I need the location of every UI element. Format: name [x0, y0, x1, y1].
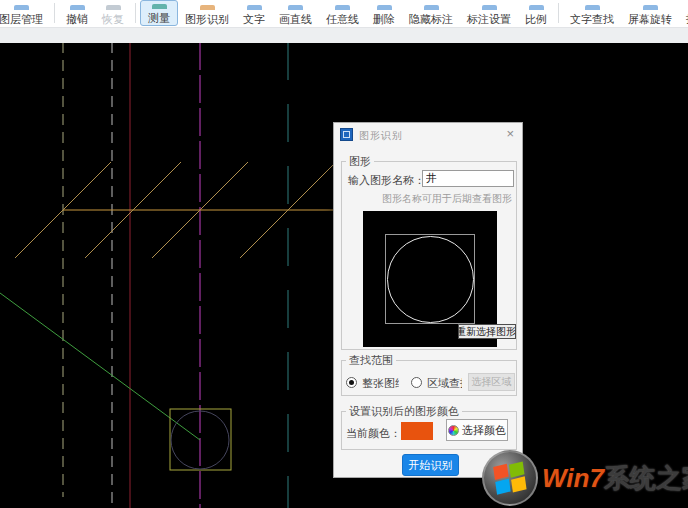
toolbar-item-measure[interactable]: 测量: [140, 0, 178, 26]
toolbar-item-label: 隐藏标注: [409, 12, 453, 26]
radio-whole-drawing-label: 整张图纸: [362, 376, 399, 389]
toolbar-item-delete[interactable]: 删除: [366, 1, 402, 26]
watermark-brand: Win7: [542, 463, 604, 493]
toolbar-item-label: 图层管理: [0, 12, 43, 26]
redo-icon: [106, 5, 121, 10]
toolbar-item-annotation-settings[interactable]: 标注设置: [460, 1, 518, 26]
dialog-titlebar[interactable]: 图形识别 ×: [334, 123, 522, 147]
toolbar-lower-strip: [0, 27, 688, 43]
select-region-button[interactable]: 选择区域: [468, 373, 515, 391]
toolbar-item-shape-recognition[interactable]: 图形识别: [178, 1, 236, 26]
color-wheel-icon: [448, 425, 459, 436]
reselect-shape-tooltip: 重新选择图形: [458, 324, 516, 339]
toolbar-item-text[interactable]: 文字: [236, 1, 272, 26]
toolbar-item-label: 任意线: [326, 12, 359, 26]
shape-name-label: 输入图形名称：: [348, 173, 425, 188]
result-color-legend: 设置识别后的图形颜色: [346, 404, 462, 419]
dialog-app-icon: [340, 128, 353, 141]
watermark-text: Win7系统之家: [542, 461, 688, 496]
toolbar-item-label: 撤销: [66, 12, 88, 26]
screen-rotate-icon: [643, 5, 658, 10]
text-icon: [247, 5, 262, 10]
close-icon[interactable]: ×: [506, 127, 514, 141]
toolbar-item-hide-annotations[interactable]: 隐藏标注: [402, 1, 460, 26]
draw-line-icon: [288, 5, 303, 10]
delete-icon: [377, 5, 392, 10]
toolbar-item-label: 标注设置: [467, 12, 511, 26]
shape-name-hint: 图形名称可用于后期查看图形: [380, 192, 512, 206]
hide-annotations-icon: [424, 5, 439, 10]
radio-region-search-label: 区域查找: [427, 376, 462, 389]
undo-icon: [70, 5, 85, 10]
start-recognition-button[interactable]: 开始识别: [402, 454, 459, 476]
toolbar-item-text-search[interactable]: 文字查找: [563, 1, 621, 26]
toolbar-item-label: 文字查找: [570, 12, 614, 26]
toolbar-item-print[interactable]: 打印: [679, 1, 688, 26]
toolbar-item-label: 文字: [243, 12, 265, 26]
shape-recognition-icon: [200, 5, 215, 10]
toolbar-item-label: 删除: [373, 12, 395, 26]
toolbar-item-scale[interactable]: 比例: [518, 1, 554, 26]
annotation-settings-icon: [482, 5, 497, 10]
current-color-label: 当前颜色：: [346, 426, 401, 441]
search-range-legend: 查找范围: [346, 353, 396, 368]
toolbar-item-draw-line[interactable]: 画直线: [272, 1, 319, 26]
main-toolbar: 图层管理 撤销 恢复 测量 图形识别 文字: [0, 0, 688, 42]
watermark-suffix: 系统之家: [604, 463, 688, 493]
pick-color-button[interactable]: 选择颜色: [446, 419, 508, 441]
toolbar-item-layer-manager[interactable]: 图层管理: [0, 1, 50, 26]
toolbar-separator: [54, 3, 55, 23]
scale-icon: [529, 5, 544, 10]
toolbar-item-label: 恢复: [102, 12, 124, 26]
dialog-title: 图形识别: [359, 129, 403, 143]
shape-name-input[interactable]: [422, 170, 514, 187]
toolbar-item-label: 比例: [525, 12, 547, 26]
watermark: Win7系统之家: [482, 448, 688, 508]
radio-region-search[interactable]: [411, 377, 422, 388]
pick-color-label: 选择颜色: [462, 423, 506, 438]
toolbar-separator: [558, 3, 559, 23]
layer-manager-icon: [14, 5, 29, 10]
windows-flag-icon: [493, 462, 529, 496]
shape-group-legend: 图形: [346, 154, 374, 169]
toolbar-item-label: 测量: [148, 11, 170, 25]
radio-whole-drawing[interactable]: [346, 377, 357, 388]
windows-logo-icon: [482, 450, 538, 506]
toolbar-item-freehand-line[interactable]: 任意线: [319, 1, 366, 26]
preview-circle-outline: [387, 236, 474, 323]
toolbar-item-undo[interactable]: 撤销: [59, 1, 95, 26]
measure-icon: [152, 4, 167, 9]
toolbar-item-screen-rotate[interactable]: 屏幕旋转: [621, 1, 679, 26]
toolbar-items: 图层管理 撤销 恢复 测量 图形识别 文字: [0, 0, 688, 26]
shape-recognition-dialog: 图形识别 × 图形 输入图形名称： 图形名称可用于后期查看图形 重新选择图形 查…: [333, 122, 523, 478]
freehand-line-icon: [335, 5, 350, 10]
toolbar-item-label: 图形识别: [185, 12, 229, 26]
toolbar-item-label: 画直线: [279, 12, 312, 26]
toolbar-separator: [135, 3, 136, 23]
app-window: 图层管理 撤销 恢复 测量 图形识别 文字: [0, 0, 688, 508]
toolbar-item-label: 屏幕旋转: [628, 12, 672, 26]
current-color-swatch[interactable]: [401, 422, 433, 440]
text-search-icon: [585, 5, 600, 10]
toolbar-item-redo[interactable]: 恢复: [95, 1, 131, 26]
